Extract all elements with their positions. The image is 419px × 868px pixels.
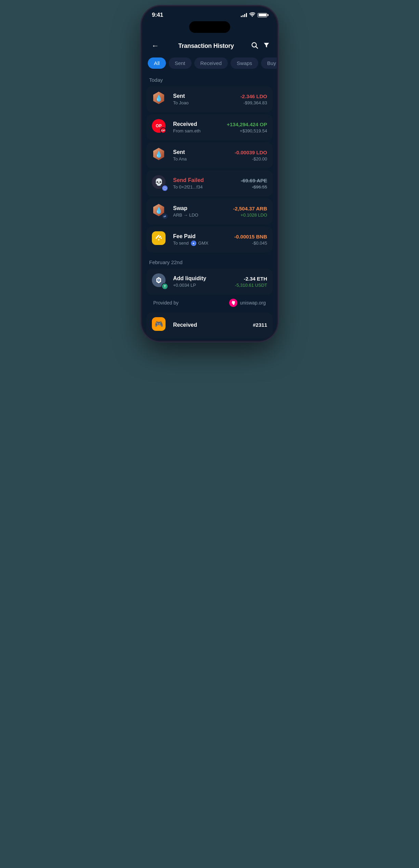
signal-icon [241, 13, 247, 17]
filter-tabs: All Sent Received Swaps Buy Se [142, 57, 277, 74]
battery-icon [258, 13, 267, 17]
gmx-icon: ▲ [191, 241, 196, 246]
tx-amounts: #2311 [253, 322, 267, 329]
tx-subtitle: +0.0034 LP [173, 283, 230, 288]
table-row[interactable]: 💀 ⬡ Send Failed To 0×2f21...f34 -69.69 A… [146, 170, 273, 196]
tx-title: Sent [173, 93, 236, 99]
provided-by-row: Provided by uniswap.org [146, 295, 273, 310]
tx-amount-secondary: -$20.00 [235, 156, 267, 161]
table-row[interactable]: 💧 Sent To Ana -0.00039 LDO -$20.00 [146, 142, 273, 168]
op-badge: OP [160, 127, 166, 133]
tx-icon-goemon: 🎮 [152, 317, 168, 334]
tx-amount-secondary: -$0.045 [234, 241, 267, 246]
tx-amount-secondary: -5,310.61 USDT [235, 283, 267, 288]
provided-by-value: uniswap.org [229, 299, 266, 307]
tx-amounts: -2,504.37 ARB +0.1028 LDO [233, 206, 267, 218]
tx-details: Sent To Ana [173, 149, 230, 161]
tx-amounts: -69.69 APE -$96.55 [241, 178, 267, 190]
back-arrow-icon: ← [152, 41, 159, 50]
tx-amount-secondary: -$99,364.83 [240, 100, 267, 105]
dynamic-island [189, 21, 230, 33]
status-icons [241, 12, 267, 18]
tx-title: Add liquidity [173, 275, 230, 282]
section-label-feb22: February 22nd [142, 257, 277, 269]
table-row[interactable]: 💧 Sent To Joao -2.346 LDO -$99,364.83 [146, 86, 273, 112]
svg-text:💧: 💧 [155, 94, 163, 102]
provided-by-label: Provided by [153, 300, 179, 306]
tx-icon-ldo-1: 💧 [152, 91, 168, 107]
table-row[interactable]: 🎮 Received #2311 [146, 312, 273, 338]
tx-amount-primary: -2,504.37 ARB [233, 206, 267, 211]
tx-amount-primary: -69.69 APE [241, 178, 267, 183]
wifi-icon [249, 12, 255, 18]
tx-amount-primary: #2311 [253, 322, 267, 328]
tx-icon-ape: 💀 ⬡ [152, 175, 168, 192]
tx-details: Sent To Joao [173, 93, 236, 105]
tx-title: Swap [173, 205, 228, 211]
tx-icon-arb-swap: 💧 ⇄ [152, 203, 168, 220]
table-row[interactable]: Fee Paid To send ▲ GMX -0.00015 BNB -$0.… [146, 226, 273, 252]
tx-amount-primary: -0.00039 LDO [235, 150, 267, 155]
tab-sent[interactable]: Sent [169, 57, 192, 69]
tx-amounts: -2.346 LDO -$99,364.83 [240, 93, 267, 105]
tx-amount-primary: -0.00015 BNB [234, 234, 267, 239]
svg-text:💧: 💧 [155, 151, 163, 158]
tx-amount-primary: -2.346 LDO [240, 93, 267, 99]
search-icon[interactable] [251, 41, 258, 51]
svg-line-1 [256, 47, 258, 48]
tx-subtitle: To Joao [173, 100, 236, 105]
tx-amounts: -0.00039 LDO -$20.00 [235, 150, 267, 161]
tx-icon-bnb [152, 231, 168, 248]
svg-text:💧: 💧 [155, 207, 163, 214]
tx-subtitle: To send ▲ GMX [173, 241, 230, 246]
tx-subtitle: To Ana [173, 156, 230, 161]
table-row[interactable]: OP OP Received From sam.eth +134,294.424… [146, 114, 273, 140]
tx-subtitle: ARB → LDO [173, 212, 228, 218]
tx-amounts: +134,294.424 OP +$390,519.54 [227, 121, 267, 133]
table-row[interactable]: 💧 ⇄ Swap ARB → LDO -2,504.37 ARB +0.1028… [146, 198, 273, 224]
back-button[interactable]: ← [149, 40, 161, 52]
op-icon: OP OP [152, 119, 166, 133]
tab-swaps[interactable]: Swaps [231, 57, 258, 69]
tx-details: Received [173, 322, 248, 329]
eth-badge-icon: ⬡ [161, 185, 168, 192]
tx-amount-secondary: +0.1028 LDO [233, 212, 267, 218]
transaction-list-feb22: T Add liquidity +0.0034 LP -2.34 ETH -5,… [142, 269, 277, 295]
tab-buy[interactable]: Buy [261, 57, 277, 69]
tx-title-failed: Send Failed [173, 177, 236, 183]
tx-icon-eth-lp: T [152, 273, 168, 290]
tx-amount-secondary: +$390,519.54 [227, 128, 267, 133]
phone-frame: 9:41 ← Transaction History [142, 7, 277, 340]
header-actions [251, 41, 270, 51]
tx-details: Fee Paid To send ▲ GMX [173, 233, 230, 246]
uniswap-logo-icon [229, 299, 237, 307]
tx-title: Received [173, 322, 248, 328]
page-title: Transaction History [178, 42, 234, 50]
tx-details: Received From sam.eth [173, 121, 222, 133]
status-bar: 9:41 [142, 7, 277, 21]
tx-amounts: -0.00015 BNB -$0.045 [234, 234, 267, 246]
tx-details: Send Failed To 0×2f21...f34 [173, 177, 236, 190]
goemon-main-icon: 🎮 [152, 317, 166, 331]
tx-title: Received [173, 121, 222, 127]
filter-icon[interactable] [263, 41, 270, 51]
section-label-today: Today [142, 74, 277, 86]
usdt-badge-icon: T [161, 283, 168, 290]
table-row[interactable]: T Add liquidity +0.0034 LP -2.34 ETH -5,… [146, 269, 273, 295]
tx-icon-op: OP OP [152, 119, 168, 135]
tx-amounts: -2.34 ETH -5,310.61 USDT [235, 276, 267, 288]
tab-received[interactable]: Received [194, 57, 228, 69]
tx-subtitle: To 0×2f21...f34 [173, 184, 236, 190]
tx-title: Fee Paid [173, 233, 230, 239]
tx-amount-secondary: -$96.55 [241, 184, 267, 190]
tx-icon-ldo-2: 💧 [152, 147, 168, 164]
swap-badge-icon: ⇄ [161, 213, 168, 220]
provided-by-provider: uniswap.org [240, 300, 266, 306]
tx-subtitle: From sam.eth [173, 128, 222, 133]
tx-amount-primary: -2.34 ETH [235, 276, 267, 282]
ldo-hex-icon: 💧 [152, 91, 166, 105]
tx-amount-primary: +134,294.424 OP [227, 121, 267, 127]
status-time: 9:41 [152, 12, 163, 18]
ldo-hex-icon-2: 💧 [152, 147, 166, 161]
tab-all[interactable]: All [148, 57, 166, 69]
